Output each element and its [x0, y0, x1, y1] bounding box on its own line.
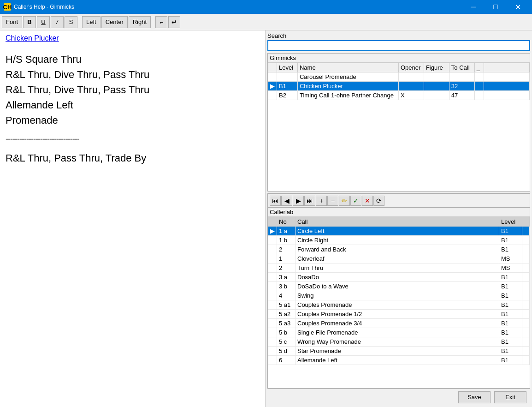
callerlab-row[interactable]: 2 Forward and Back B1: [268, 245, 530, 254]
bold-button[interactable]: B: [23, 16, 36, 28]
callerlab-table: No Call Level ▶ 1 a Circle Left B1 1 b C…: [268, 217, 530, 365]
callerlab-row[interactable]: 6 Allemande Left B1: [268, 356, 530, 365]
search-section: Search: [267, 32, 530, 51]
doc-line: [6, 47, 260, 52]
cl-arrow-cell: [268, 310, 277, 319]
col-name: Name: [297, 63, 398, 72]
doc-title[interactable]: Chicken Plucker: [6, 34, 260, 42]
maximize-button[interactable]: □: [485, 0, 506, 14]
app-icon: CH: [4, 3, 11, 11]
save-button[interactable]: Save: [458, 391, 491, 403]
cl-call-cell: Swing: [296, 291, 499, 300]
level-cell: [277, 72, 298, 82]
gimmicks-tbody: Carousel Promenade ▶ B1 Chicken Plucker …: [268, 72, 530, 100]
cl-cancel-button[interactable]: ✕: [362, 196, 373, 206]
cl-call-cell: Circle Left: [296, 227, 499, 236]
opener-cell: [398, 72, 424, 82]
callerlab-row[interactable]: 5 b Single File Promenade B1: [268, 328, 530, 337]
cl-no-cell: 1 a: [277, 227, 296, 236]
cl-no-cell: 5 c: [277, 337, 296, 347]
font-button[interactable]: Font: [2, 16, 22, 28]
search-label: Search: [267, 32, 530, 39]
gimmicks-table-container[interactable]: Level Name Opener Figure To Call _ Carou…: [268, 63, 530, 191]
col-figure: Figure: [424, 63, 449, 72]
cl-no-cell: 5 a2: [277, 310, 296, 319]
cl-call-cell: Couples Promenade 3/4: [296, 319, 499, 328]
cl-col-no: No: [277, 217, 296, 227]
right-pane: Search Gimmicks Level Name Opener Figure…: [266, 30, 532, 407]
cl-arrow-cell: [268, 282, 277, 291]
minimize-button[interactable]: ─: [463, 0, 484, 14]
doc-line: H/S Square Thru: [6, 52, 260, 67]
cl-remove-button[interactable]: −: [327, 196, 338, 206]
cl-level-cell: B1: [499, 291, 522, 300]
callerlab-toolbar: ⏮ ◀ ▶ ⏭ + − ✏ ✓ ✕ ⟳: [267, 193, 530, 207]
exit-button[interactable]: Exit: [494, 391, 526, 403]
callerlab-row[interactable]: 5 a1 Couples Promenade B1: [268, 300, 530, 310]
cl-arrow-cell: ▶: [268, 227, 277, 236]
window-title: Caller's Help - Gimmicks: [14, 4, 463, 10]
icon2-button[interactable]: ↵: [168, 16, 180, 28]
cl-call-cell: Wrong Way Promenade: [296, 337, 499, 347]
cl-arrow-cell: [268, 356, 277, 365]
gimmicks-row[interactable]: B2 Timing Call 1-ohne Partner Change X 4…: [268, 91, 530, 100]
gimmicks-section: Gimmicks Level Name Opener Figure To Cal…: [267, 53, 530, 192]
callerlab-row[interactable]: 5 a2 Couples Promenade 1/2 B1: [268, 310, 530, 319]
cl-arrow-cell: [268, 300, 277, 310]
col-arrow: [268, 63, 277, 72]
cl-no-cell: 1 b: [277, 236, 296, 245]
cl-arrow-cell: [268, 236, 277, 245]
callerlab-row[interactable]: 5 c Wrong Way Promenade B1: [268, 337, 530, 347]
cl-check-button[interactable]: ✓: [350, 196, 361, 206]
callerlab-row[interactable]: 3 a DosaDo B1: [268, 273, 530, 282]
cl-level-cell: B1: [499, 273, 522, 282]
cl-no-cell: 1: [277, 254, 296, 263]
callerlab-row[interactable]: 1 Cloverleaf MS: [268, 254, 530, 263]
gimmicks-row[interactable]: Carousel Promenade: [268, 72, 530, 82]
cl-edit-button[interactable]: ✏: [339, 196, 350, 206]
align-right-button[interactable]: Right: [129, 16, 151, 28]
cl-no-cell: 5 a3: [277, 319, 296, 328]
cl-col-call: Call: [296, 217, 499, 227]
cl-first-button[interactable]: ⏮: [270, 196, 281, 206]
cl-play-button[interactable]: ▶: [293, 196, 304, 206]
doc-line: R&L Thru, Dive Thru, Pass Thru: [6, 67, 260, 82]
cl-prev-button[interactable]: ◀: [281, 196, 292, 206]
cl-refresh-button[interactable]: ⟳: [373, 196, 384, 206]
callerlab-row[interactable]: 1 b Circle Right B1: [268, 236, 530, 245]
extra-cell: [474, 72, 484, 82]
callerlab-row[interactable]: ▶ 1 a Circle Left B1: [268, 227, 530, 236]
gimmicks-row[interactable]: ▶ B1 Chicken Plucker 32: [268, 82, 530, 91]
name-cell: Chicken Plucker: [297, 82, 398, 91]
italic-button[interactable]: /: [51, 16, 64, 28]
callerlab-row[interactable]: 5 d Star Promenade B1: [268, 347, 530, 356]
callerlab-row[interactable]: 2 Turn Thru MS: [268, 263, 530, 273]
cl-no-cell: 5 b: [277, 328, 296, 337]
align-left-button[interactable]: Left: [82, 16, 100, 28]
search-input[interactable]: [267, 40, 530, 51]
tocall-cell: [449, 72, 474, 82]
col-tocall: To Call: [449, 63, 474, 72]
col-opener: Opener: [398, 63, 424, 72]
callerlab-table-container[interactable]: No Call Level ▶ 1 a Circle Left B1 1 b C…: [268, 217, 530, 388]
underline-button[interactable]: U: [37, 16, 50, 28]
icon1-button[interactable]: ⌐: [155, 16, 167, 28]
cl-arrow-cell: [268, 263, 277, 273]
align-center-button[interactable]: Center: [101, 16, 128, 28]
cl-last-button[interactable]: ⏭: [304, 196, 315, 206]
cl-no-cell: 5 d: [277, 347, 296, 356]
cl-level-cell: B1: [499, 337, 522, 347]
opener-cell: [398, 82, 424, 91]
strikethrough-button[interactable]: S: [65, 16, 77, 28]
cl-no-cell: 6: [277, 356, 296, 365]
callerlab-row[interactable]: 3 b DoSaDo to a Wave B1: [268, 282, 530, 291]
cl-call-cell: Couples Promenade: [296, 300, 499, 310]
cl-arrow-cell: [268, 319, 277, 328]
callerlab-row[interactable]: 4 Swing B1: [268, 291, 530, 300]
cl-add-button[interactable]: +: [316, 196, 327, 206]
close-button[interactable]: ✕: [507, 0, 528, 14]
callerlab-row[interactable]: 5 a3 Couples Promenade 3/4 B1: [268, 319, 530, 328]
extra-cell: [474, 82, 484, 91]
cl-call-cell: Forward and Back: [296, 245, 499, 254]
cl-col-arrow: [268, 217, 277, 227]
